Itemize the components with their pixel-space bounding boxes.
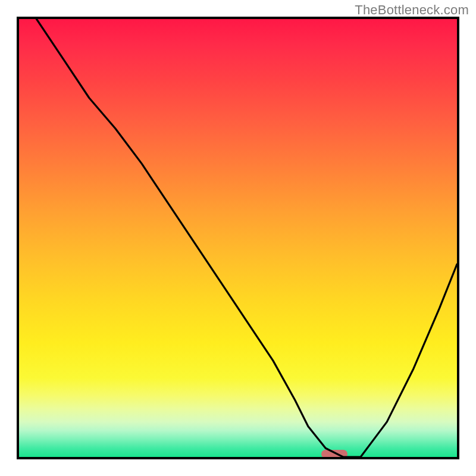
plot-frame (17, 17, 459, 459)
bottleneck-curve (19, 19, 457, 457)
watermark-text: TheBottleneck.com (355, 2, 469, 18)
curve-path (36, 19, 457, 457)
